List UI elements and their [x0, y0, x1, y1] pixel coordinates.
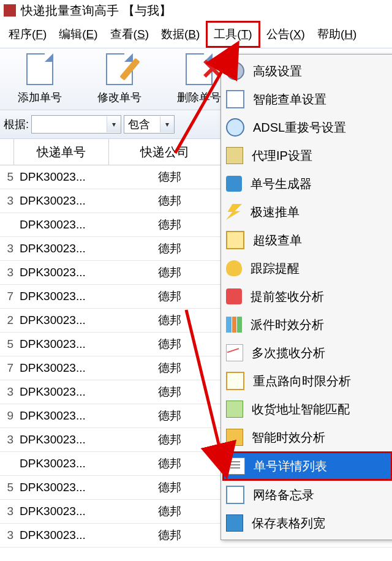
add-number-label: 添加单号: [0, 90, 80, 105]
line-icon: [226, 344, 243, 361]
menu-e[interactable]: 编辑(E): [53, 23, 104, 46]
row-index: 3: [0, 266, 15, 279]
row-company: 德邦: [114, 312, 225, 328]
menu-item[interactable]: 极速推单: [222, 198, 392, 226]
row-company: 德邦: [114, 360, 225, 376]
menu-item[interactable]: 高级设置: [222, 57, 392, 85]
row-index: 7: [0, 361, 15, 375]
row-number: DPK30023...: [15, 505, 114, 518]
row-index: 2: [0, 314, 15, 327]
menu-item-label: 网络备忘录: [253, 487, 314, 503]
row-number: DPK30023...: [15, 361, 114, 375]
row-index: 3: [0, 385, 15, 399]
row-index: 3: [0, 242, 15, 255]
edit-doc-icon: [102, 53, 137, 88]
row-number: DPK30023...: [15, 433, 114, 446]
grid-header-company[interactable]: 快递公司: [109, 139, 221, 165]
menu-item[interactable]: 多次揽收分析: [222, 339, 392, 367]
menu-item[interactable]: 跟踪提醒: [222, 254, 392, 282]
save-icon: [226, 514, 243, 532]
menu-item[interactable]: 收货地址智能匹配: [222, 395, 392, 423]
menu-item-label: 单号生成器: [251, 176, 312, 192]
row-company: 德邦: [114, 193, 225, 209]
tools-dropdown-menu: 高级设置智能查单设置ADSL重拨号设置代理IP设置单号生成器极速推单超级查单跟踪…: [221, 54, 392, 540]
row-index: 7: [0, 290, 15, 303]
menu-item[interactable]: 代理IP设置: [222, 141, 392, 170]
row-index: 3: [0, 433, 15, 446]
row-company: 德邦: [114, 217, 225, 233]
menu-f[interactable]: 程序(F): [2, 23, 53, 46]
window-title: 快递批量查询高手 【与我】: [21, 2, 172, 19]
row-company: 德邦: [114, 527, 225, 543]
menu-item[interactable]: 保存表格列宽: [222, 509, 392, 537]
row-number: DPK30023...: [15, 529, 114, 542]
row-index: 9: [0, 409, 15, 423]
doc2-icon: [226, 90, 244, 108]
filter-field-combo[interactable]: ▾: [31, 115, 121, 134]
menu-item-label: 跟踪提醒: [251, 260, 300, 277]
menu-item[interactable]: 网络备忘录: [222, 481, 392, 509]
menu-item-label: 极速推单: [251, 204, 300, 220]
table-icon: [226, 231, 244, 249]
menu-item[interactable]: 提前签收分析: [222, 282, 392, 311]
menu-item-label: 派件时效分析: [251, 317, 324, 333]
row-company: 德邦: [114, 456, 225, 472]
menu-item[interactable]: 智能时效分析: [222, 423, 392, 451]
row-number: DPK30023...: [15, 194, 114, 208]
row-number: DPK30023...: [15, 218, 114, 232]
menu-item[interactable]: ADSL重拨号设置: [222, 113, 392, 141]
key-icon: [226, 147, 243, 164]
add-number-button[interactable]: 添加单号: [0, 48, 80, 105]
filter-op-combo[interactable]: 包含 ▾: [124, 115, 175, 134]
menu-item-label: 智能查单设置: [253, 91, 326, 108]
gear-icon: [226, 62, 244, 80]
row-company: 德邦: [114, 288, 225, 304]
menu-item[interactable]: 超级查单: [222, 226, 392, 254]
new-doc-icon: [23, 53, 57, 88]
note-icon: [226, 486, 244, 504]
menu-x[interactable]: 公告(X): [260, 23, 311, 46]
menu-item[interactable]: 派件时效分析: [222, 311, 392, 339]
list-icon: [228, 457, 245, 475]
edit-number-button[interactable]: 修改单号: [80, 48, 159, 105]
menu-item-label: 提前签收分析: [251, 288, 324, 305]
row-company: 德邦: [114, 432, 225, 448]
bell-icon: [226, 260, 242, 276]
row-company: 德邦: [114, 384, 225, 400]
menu-h[interactable]: 帮助(H): [311, 23, 363, 46]
chevron-down-icon: ▾: [107, 116, 121, 132]
titlebar: 快递批量查询高手 【与我】: [0, 0, 392, 21]
row-company: 德邦: [114, 241, 225, 257]
ruler-icon: [226, 401, 243, 418]
menu-item-label: 多次揽收分析: [252, 345, 325, 361]
row-index: 5: [0, 337, 15, 351]
row-number: DPK30023...: [15, 170, 114, 184]
chevron-down-icon: ▾: [160, 116, 174, 132]
row-company: 德邦: [114, 169, 225, 185]
menu-b[interactable]: 数据(B): [155, 23, 206, 46]
row-company: 德邦: [114, 503, 225, 519]
row-index: 3: [0, 505, 15, 518]
menu-item-label: 代理IP设置: [252, 148, 312, 164]
menu-item-label: 重点路向时限分析: [253, 373, 351, 390]
row-number: DPK30023...: [15, 242, 114, 255]
menu-item-label: 保存表格列宽: [252, 515, 325, 532]
menu-item-label: 智能时效分析: [252, 429, 325, 446]
menubar: 程序(F)编辑(E)查看(S)数据(B)工具(T)公告(X)帮助(H): [0, 21, 392, 48]
menu-item[interactable]: 重点路向时限分析: [222, 367, 392, 395]
menu-item[interactable]: 单号生成器: [222, 170, 392, 198]
grid-header-index[interactable]: [0, 139, 14, 165]
menu-t[interactable]: 工具(T): [206, 21, 260, 48]
menu-item[interactable]: 单号详情列表: [222, 451, 392, 481]
row-index: 3: [0, 194, 15, 208]
bars-icon: [226, 317, 242, 333]
delete-doc-icon: [182, 53, 216, 88]
grid-header-number[interactable]: 快递单号: [14, 139, 109, 165]
row-index: 3: [0, 529, 15, 542]
app-window: 快递批量查询高手 【与我】 程序(F)编辑(E)查看(S)数据(B)工具(T)公…: [0, 0, 392, 561]
menu-item-label: 单号详情列表: [254, 458, 327, 475]
menu-item-label: 高级设置: [253, 63, 302, 80]
menu-s[interactable]: 查看(S): [104, 23, 155, 46]
menu-item[interactable]: 智能查单设置: [222, 85, 392, 113]
menu-item-label: 超级查单: [253, 232, 302, 249]
